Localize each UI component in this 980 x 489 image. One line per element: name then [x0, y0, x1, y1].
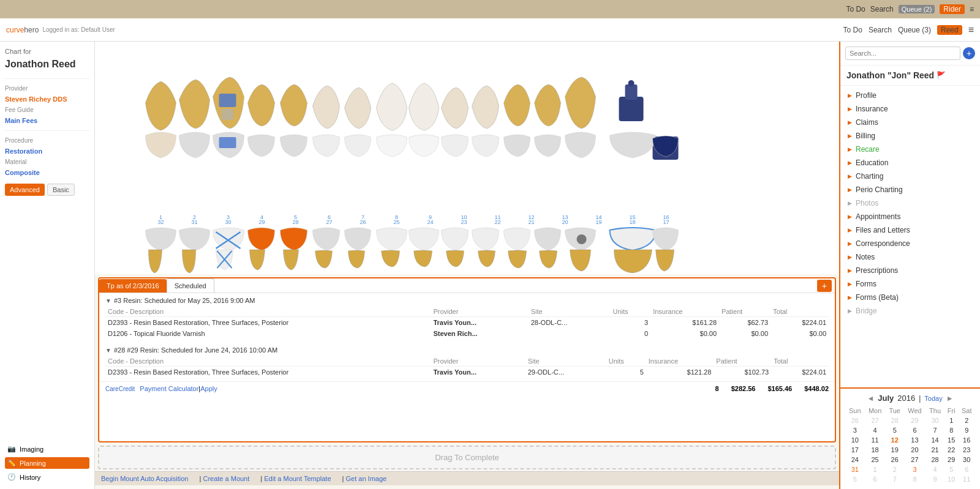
cal-day[interactable]: 17 — [845, 445, 865, 455]
cal-day[interactable]: 20 — [904, 445, 925, 455]
search-add-button[interactable]: + — [963, 47, 975, 59]
nav-item-claims[interactable]: ▶ Claims — [840, 116, 980, 129]
nav-item-profile[interactable]: ▶ Profile — [840, 89, 980, 102]
cal-day[interactable]: 8 — [944, 425, 959, 435]
search-input[interactable] — [845, 47, 960, 60]
cal-day[interactable]: 9 — [925, 474, 944, 484]
nav-todo[interactable]: To Do — [843, 26, 862, 34]
payment-calc-link[interactable]: Payment Calculator — [140, 385, 198, 392]
nav-item-forms-(beta)[interactable]: ▶ Forms (Beta) — [840, 291, 980, 304]
cal-day[interactable]: 27 — [904, 455, 925, 465]
nav-item-appointments[interactable]: ▶ Appointments — [840, 210, 980, 223]
nav-item-notes[interactable]: ▶ Notes — [840, 250, 980, 264]
cal-day[interactable]: 6 — [904, 425, 925, 435]
cal-today-button[interactable]: Today — [924, 395, 942, 402]
care-credit[interactable]: CareCredit — [105, 386, 135, 392]
cal-day[interactable]: 2 — [886, 465, 904, 474]
cal-day[interactable]: 21 — [925, 445, 944, 455]
cal-day[interactable]: 26 — [845, 416, 865, 425]
get-image-link[interactable]: Get an Image — [346, 475, 387, 482]
cal-day[interactable]: 10 — [944, 474, 959, 484]
material-value[interactable]: Composite — [5, 169, 89, 176]
begin-mount-link[interactable]: Begin Mount Auto Acquisition — [101, 475, 188, 482]
cal-day[interactable]: 29 — [944, 455, 959, 465]
cal-day[interactable]: 28 — [886, 416, 904, 425]
cal-day[interactable]: 28 — [925, 455, 944, 465]
cal-day[interactable]: 8 — [904, 474, 925, 484]
edit-mount-link[interactable]: Edit a Mount Template — [264, 475, 331, 482]
procedure-value[interactable]: Restoration — [5, 147, 89, 155]
nav-queue[interactable]: Queue (3) — [898, 26, 931, 34]
cal-day[interactable]: 3 — [845, 425, 865, 435]
provider-label: Provider — [5, 85, 89, 92]
topbar-queue[interactable]: Queue (2) — [899, 5, 935, 13]
cal-day[interactable]: 4 — [865, 425, 886, 435]
cal-day[interactable]: 15 — [944, 435, 959, 445]
nav-item-files-and-letters[interactable]: ▶ Files and Letters — [840, 223, 980, 237]
cal-day[interactable]: 16 — [958, 435, 975, 445]
apply-link[interactable]: Apply — [200, 385, 217, 392]
topbar-search[interactable]: Search — [870, 5, 894, 13]
cal-day[interactable]: 26 — [886, 455, 904, 465]
cal-day[interactable]: 25 — [865, 455, 886, 465]
cal-day[interactable]: 31 — [845, 465, 865, 474]
topbar-todo[interactable]: To Do — [846, 5, 865, 13]
history-icon-row[interactable]: 🕐 History — [5, 471, 89, 483]
tab-tp-date[interactable]: Tp as of 2/3/2016 — [99, 279, 167, 293]
nav-item-perio-charting[interactable]: ▶ Perio Charting — [840, 183, 980, 196]
cal-day[interactable]: 11 — [865, 435, 886, 445]
cal-day[interactable]: 27 — [865, 416, 886, 425]
cal-day[interactable]: 29 — [904, 416, 925, 425]
imaging-icon-row[interactable]: 📷 Imaging — [5, 443, 89, 455]
cal-day[interactable]: 23 — [958, 445, 975, 455]
cal-day[interactable]: 5 — [845, 474, 865, 484]
nav-item-insurance[interactable]: ▶ Insurance — [840, 102, 980, 116]
cal-day[interactable]: 9 — [958, 425, 975, 435]
nav-item-charting[interactable]: ▶ Charting — [840, 170, 980, 183]
drag-to-complete[interactable]: Drag To Complete — [98, 446, 836, 469]
cal-day[interactable]: 5 — [886, 425, 904, 435]
basic-button[interactable]: Basic — [47, 184, 75, 196]
cal-day[interactable]: 6 — [958, 465, 975, 474]
cal-next-button[interactable]: ► — [946, 394, 954, 403]
cal-day[interactable]: 18 — [865, 445, 886, 455]
nav-item-billing[interactable]: ▶ Billing — [840, 129, 980, 143]
topbar-hamburger[interactable]: ≡ — [970, 5, 974, 13]
cal-day[interactable]: 3 — [904, 465, 925, 474]
cal-day[interactable]: 4 — [925, 465, 944, 474]
cal-day[interactable]: 14 — [925, 435, 944, 445]
planning-icon-row[interactable]: ✏️ Planning — [5, 457, 89, 469]
nav-item-prescriptions[interactable]: ▶ Prescriptions — [840, 264, 980, 277]
cal-day[interactable]: 30 — [958, 455, 975, 465]
cal-prev-button[interactable]: ◄ — [867, 394, 874, 403]
advanced-button[interactable]: Advanced — [5, 184, 45, 196]
cal-day[interactable]: 7 — [886, 474, 904, 484]
nav-item-correspondence[interactable]: ▶ Correspondence — [840, 237, 980, 250]
topbar-active-tab[interactable]: Rider — [940, 4, 965, 14]
cal-day[interactable]: 11 — [958, 474, 975, 484]
nav-active-tab[interactable]: Reed — [937, 25, 962, 35]
cal-day[interactable]: 2 — [958, 416, 975, 425]
cal-day[interactable]: 22 — [944, 445, 959, 455]
cal-day[interactable]: 7 — [925, 425, 944, 435]
nav-search[interactable]: Search — [869, 26, 892, 34]
nav-item-recare[interactable]: ▶ Recare — [840, 143, 980, 156]
cal-day[interactable]: 6 — [865, 474, 886, 484]
cal-day[interactable]: 1 — [944, 416, 959, 425]
cal-day[interactable]: 5 — [944, 465, 959, 474]
fee-guide-value[interactable]: Main Fees — [5, 117, 89, 124]
cal-day[interactable]: 13 — [904, 435, 925, 445]
cal-day[interactable]: 1 — [865, 465, 886, 474]
cal-day[interactable]: 30 — [925, 416, 944, 425]
cal-day[interactable]: 24 — [845, 455, 865, 465]
cal-day[interactable]: 12 — [886, 435, 904, 445]
tab-scheduled[interactable]: Scheduled — [167, 278, 214, 293]
cal-day[interactable]: 10 — [845, 435, 865, 445]
tp-add-button[interactable]: + — [817, 280, 832, 292]
provider-value[interactable]: Steven Richey DDS — [5, 95, 89, 103]
cal-day[interactable]: 19 — [886, 445, 904, 455]
create-mount-link[interactable]: Create a Mount — [203, 475, 249, 482]
nav-hamburger[interactable]: ≡ — [968, 24, 974, 35]
nav-item-education[interactable]: ▶ Education — [840, 156, 980, 170]
nav-item-forms[interactable]: ▶ Forms — [840, 277, 980, 291]
